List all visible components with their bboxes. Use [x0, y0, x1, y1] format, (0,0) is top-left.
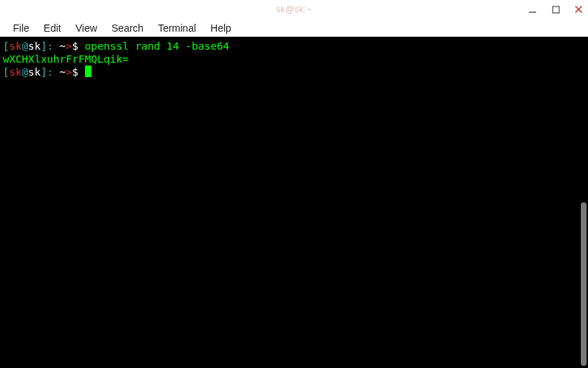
close-icon	[574, 5, 583, 14]
prompt-user: sk	[9, 66, 22, 78]
terminal[interactable]: [sk@sk]: ~>$ openssl rand 14 -base64wXCH…	[0, 37, 579, 368]
maximize-icon	[552, 6, 560, 14]
window-title: sk@sk:~	[276, 4, 312, 14]
menu-file[interactable]: File	[6, 20, 37, 36]
terminal-line-1: [sk@sk]: ~>$ openssl rand 14 -base64	[3, 40, 576, 53]
command-text: openssl rand 14 -base64	[85, 40, 230, 52]
prompt-dollar: $	[72, 66, 84, 78]
window-controls	[527, 0, 584, 19]
prompt-host: sk	[28, 66, 40, 78]
terminal-container: [sk@sk]: ~>$ openssl rand 14 -base64wXCH…	[0, 37, 588, 368]
prompt-bracket-close: ]:	[40, 66, 59, 78]
prompt-host: sk	[28, 40, 40, 52]
menu-help[interactable]: Help	[203, 20, 239, 36]
prompt-at: @	[22, 66, 28, 78]
svg-rect-1	[553, 6, 559, 13]
minimize-icon	[528, 5, 537, 14]
prompt-dollar: $	[72, 40, 84, 52]
cursor	[85, 66, 92, 77]
prompt-user: sk	[9, 40, 22, 52]
prompt-bracket-close: ]:	[40, 40, 59, 52]
prompt-bracket-open: [	[3, 66, 9, 78]
close-button[interactable]	[574, 4, 584, 14]
menu-view[interactable]: View	[68, 20, 104, 36]
menu-terminal[interactable]: Terminal	[151, 20, 203, 36]
prompt-arrow: >	[66, 40, 72, 52]
terminal-output: wXCHXlxuhrFrFMQLqik=	[3, 53, 576, 66]
prompt-bracket-open: [	[3, 40, 9, 52]
scrollbar-thumb[interactable]	[581, 202, 587, 366]
menu-search[interactable]: Search	[104, 20, 151, 36]
titlebar: sk@sk:~	[0, 0, 588, 19]
scrollbar[interactable]	[579, 37, 588, 368]
terminal-line-3: [sk@sk]: ~>$	[3, 66, 576, 78]
maximize-button[interactable]	[551, 4, 561, 14]
prompt-arrow: >	[66, 66, 72, 78]
minimize-button[interactable]	[527, 4, 538, 14]
prompt-at: @	[22, 40, 28, 52]
menubar: File Edit View Search Terminal Help	[0, 19, 588, 37]
menu-edit[interactable]: Edit	[37, 20, 68, 36]
